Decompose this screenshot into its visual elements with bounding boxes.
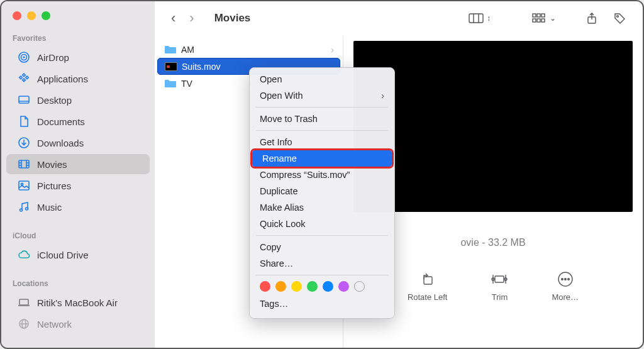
file-row-folder[interactable]: AM ›: [157, 41, 340, 58]
ctx-tag-colors: [250, 279, 394, 296]
sidebar-item-icloud-drive[interactable]: iCloud Drive: [6, 245, 150, 265]
tag-green[interactable]: [307, 281, 318, 292]
svg-point-38: [561, 279, 563, 280]
sidebar-item-desktop[interactable]: Desktop: [6, 90, 150, 110]
action-label: Rotate Left: [408, 292, 448, 302]
sidebar-item-music[interactable]: Music: [6, 197, 150, 217]
svg-point-15: [20, 209, 23, 211]
sidebar-item-applications[interactable]: Applications: [6, 69, 150, 89]
trim-icon: [490, 270, 509, 289]
sidebar-item-network[interactable]: Network: [6, 314, 150, 334]
action-trim[interactable]: Trim: [490, 270, 509, 302]
chevron-right-icon: ›: [381, 91, 384, 101]
ctx-share[interactable]: Share…: [250, 255, 394, 272]
icloud-icon: [18, 248, 30, 261]
network-icon: [18, 318, 30, 330]
tag-orange[interactable]: [275, 281, 286, 292]
sidebar-item-documents[interactable]: Documents: [6, 111, 150, 131]
svg-rect-27: [541, 14, 545, 17]
ctx-copy[interactable]: Copy: [250, 239, 394, 255]
svg-rect-34: [495, 276, 504, 282]
svg-rect-28: [533, 19, 536, 22]
toolbar-view-columns[interactable]: ↕: [467, 10, 491, 26]
group-icon: [530, 10, 548, 26]
file-name: TV: [181, 79, 192, 89]
window-controls: [1, 1, 155, 20]
ctx-make-alias[interactable]: Make Alias: [250, 199, 394, 216]
context-menu: Open Open With› Move to Trash Get Info R…: [249, 67, 395, 319]
toolbar: ‹ › Movies ↕ ⌄: [155, 1, 643, 35]
sidebar-section-label: Locations: [1, 265, 155, 292]
more-icon: [556, 270, 575, 289]
toolbar-group-by[interactable]: ⌄: [530, 10, 556, 26]
svg-rect-30: [541, 19, 545, 22]
main-pane: ‹ › Movies ↕ ⌄ AM ›: [155, 1, 643, 348]
svg-rect-26: [537, 14, 540, 17]
sidebar-item-label: Documents: [37, 116, 85, 127]
ctx-open[interactable]: Open: [250, 71, 394, 87]
sidebar-item-downloads[interactable]: Downloads: [6, 133, 150, 153]
tag-blue[interactable]: [323, 281, 333, 292]
share-icon[interactable]: [582, 10, 601, 26]
action-rotate-left[interactable]: Rotate Left: [408, 270, 448, 302]
tags-icon[interactable]: [610, 10, 629, 26]
chevron-down-icon: ⌄: [550, 14, 556, 23]
nav-back[interactable]: ‹: [169, 10, 178, 26]
sidebar-item-this-mac[interactable]: Ritik's MacBook Air: [6, 292, 150, 313]
tag-purple[interactable]: [338, 281, 349, 292]
tag-red[interactable]: [260, 281, 270, 292]
apps-icon: [18, 72, 30, 85]
tag-yellow[interactable]: [291, 281, 302, 292]
rotate-icon: [418, 270, 437, 289]
chevron-right-icon: ›: [331, 45, 334, 55]
sidebar-item-airdrop[interactable]: AirDrop: [6, 47, 150, 67]
finder-window: Favorites AirDrop Applications Desktop D…: [0, 0, 644, 349]
video-thumb-icon: [164, 60, 178, 73]
svg-point-40: [567, 279, 569, 280]
ctx-get-info[interactable]: Get Info: [250, 134, 394, 150]
ctx-separator: [256, 130, 388, 131]
ctx-tags[interactable]: Tags…: [250, 296, 394, 312]
desktop-icon: [18, 94, 30, 106]
nav-forward[interactable]: ›: [187, 10, 196, 26]
ctx-quick-look[interactable]: Quick Look: [250, 216, 394, 232]
tag-none[interactable]: [354, 281, 365, 292]
action-more[interactable]: More…: [552, 270, 579, 302]
folder-icon: [164, 77, 177, 90]
ctx-compress[interactable]: Compress “Suits.mov”: [250, 167, 394, 183]
sidebar-item-label: Ritik's MacBook Air: [37, 297, 118, 308]
ctx-rename[interactable]: Rename: [252, 150, 392, 167]
minimize-window[interactable]: [27, 11, 36, 20]
svg-point-39: [564, 279, 566, 280]
svg-point-32: [617, 16, 619, 18]
ctx-duplicate[interactable]: Duplicate: [250, 183, 394, 199]
preview-actions: Rotate Left Trim More…: [353, 270, 633, 302]
columns-icon: [467, 10, 486, 26]
sidebar-item-label: Applications: [37, 74, 88, 84]
sidebar: Favorites AirDrop Applications Desktop D…: [1, 1, 155, 348]
sidebar-item-label: Desktop: [37, 95, 72, 106]
file-name: Suits.mov: [182, 62, 220, 72]
content-area: AM › Suits.mov TV › ovie - 33.2 MB: [155, 35, 643, 348]
sidebar-item-movies[interactable]: Movies: [6, 154, 150, 174]
sidebar-item-label: Pictures: [37, 180, 71, 191]
music-icon: [18, 201, 30, 213]
pictures-icon: [18, 179, 30, 192]
documents-icon: [18, 115, 30, 128]
preview-meta: ovie - 33.2 MB: [353, 237, 633, 248]
svg-rect-22: [469, 14, 483, 23]
svg-rect-33: [424, 277, 432, 284]
sidebar-section-label: iCloud: [1, 218, 155, 244]
action-label: Trim: [492, 292, 508, 302]
video-preview[interactable]: [353, 41, 633, 212]
svg-rect-6: [19, 160, 29, 168]
downloads-icon: [18, 136, 30, 149]
ctx-open-with[interactable]: Open With›: [250, 87, 394, 104]
svg-rect-3: [19, 96, 29, 103]
sidebar-item-pictures[interactable]: Pictures: [6, 175, 150, 196]
svg-rect-13: [19, 181, 29, 190]
ctx-move-to-trash[interactable]: Move to Trash: [250, 111, 394, 127]
sidebar-item-label: iCloud Drive: [37, 250, 89, 260]
close-window[interactable]: [13, 11, 21, 20]
zoom-window[interactable]: [42, 11, 50, 20]
